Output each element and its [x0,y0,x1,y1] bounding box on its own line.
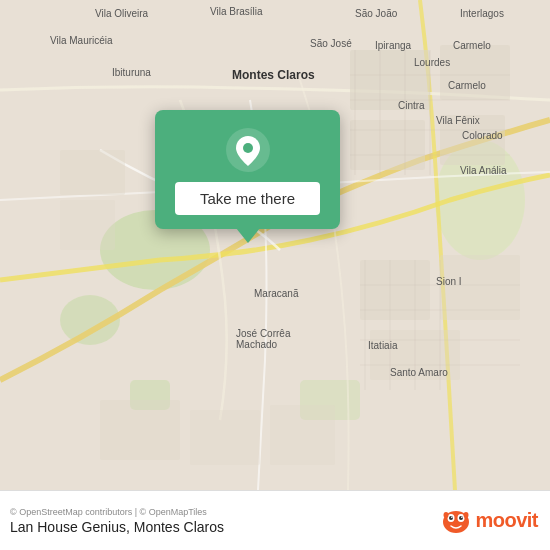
bottom-bar: © OpenStreetMap contributors | © OpenMap… [0,490,550,550]
location-pin-icon [226,128,270,172]
svg-rect-30 [60,200,115,250]
svg-point-39 [449,516,453,520]
take-me-there-button[interactable]: Take me there [175,182,320,215]
svg-point-40 [459,516,463,520]
popup-card: Take me there [155,110,340,229]
attribution-text: © OpenStreetMap contributors | © OpenMap… [10,507,224,517]
svg-rect-7 [440,45,510,100]
map-container: Vila Oliveira Vila Brasília São João Int… [0,0,550,490]
place-info: © OpenStreetMap contributors | © OpenMap… [10,507,224,535]
svg-point-44 [464,512,469,518]
svg-rect-8 [350,120,425,170]
svg-rect-10 [360,260,430,320]
svg-rect-9 [440,115,505,165]
svg-point-42 [461,516,463,518]
svg-point-43 [444,512,449,518]
svg-rect-31 [100,400,180,460]
place-name: Lan House Genius, Montes Claros [10,519,224,535]
svg-rect-32 [190,410,260,465]
svg-rect-29 [60,150,125,195]
svg-rect-33 [270,405,335,465]
svg-point-41 [451,516,453,518]
moovit-logo: moovit [441,506,538,536]
svg-point-35 [243,143,253,153]
moovit-brand-text: moovit [475,509,538,532]
moovit-mascot-icon [441,506,471,536]
svg-rect-6 [350,50,430,110]
